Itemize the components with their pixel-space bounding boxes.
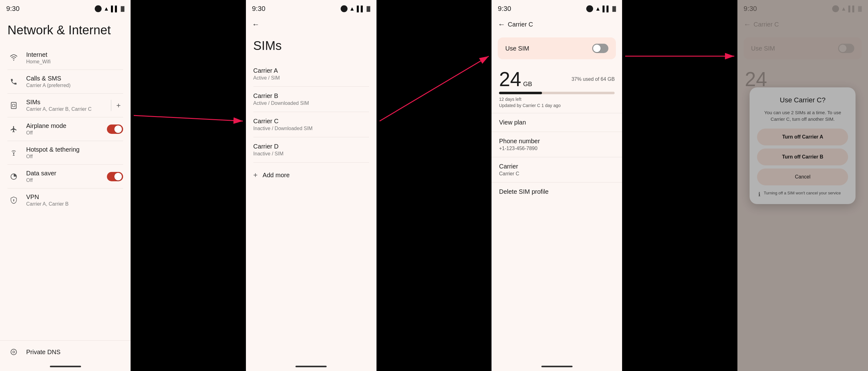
spacer-3 <box>622 0 737 371</box>
phone-number-item[interactable]: Phone number +1-123-456-7890 <box>492 132 622 157</box>
status-icons-3: ▲ ▌▌ ▓ <box>586 5 616 12</box>
add-more-item[interactable]: + Add more <box>246 165 376 185</box>
view-plan-item[interactable]: View plan <box>492 113 622 132</box>
view-plan-label: View plan <box>499 119 615 126</box>
calls-sms-item[interactable]: Calls & SMS Carrier A (preferred) <box>0 70 131 93</box>
use-sim-label: Use SIM <box>505 45 529 52</box>
status-bar-3: 9:30 ▲ ▌▌ ▓ <box>492 0 622 16</box>
wifi-icon-1: ▲ <box>103 6 109 12</box>
data-bar-fill <box>499 92 542 94</box>
data-number: 24 <box>499 69 521 89</box>
carrier-d-item[interactable]: Carrier D Inactive / SIM <box>246 137 376 162</box>
use-carrier-dialog: Use Carrier C? You can use 2 SIMs at a t… <box>750 87 856 204</box>
data-updated: Updated by Carrier C 1 day ago <box>499 103 615 108</box>
turn-off-carrier-b-button[interactable]: Turn off Carrier B <box>757 148 848 165</box>
cancel-button[interactable]: Cancel <box>757 169 848 186</box>
divider <box>253 162 369 163</box>
vpn-label: VPN <box>26 194 123 201</box>
camera-dot-3 <box>586 5 593 12</box>
data-amount: 24 GB <box>499 69 532 89</box>
data-days-left: 12 days left <box>499 97 615 102</box>
hotspot-item[interactable]: Hotspot & tethering Off <box>0 141 131 165</box>
sims-right: + <box>111 100 123 111</box>
svg-point-5 <box>13 199 14 201</box>
hotspot-sublabel: Off <box>26 154 123 160</box>
info-icon: ℹ <box>758 191 761 198</box>
carrier-c-item[interactable]: Carrier C Inactive / Downloaded SIM <box>246 112 376 137</box>
airplane-toggle-knob <box>114 125 122 133</box>
hotspot-icon <box>7 147 20 159</box>
sims-label: SIMs <box>26 98 105 106</box>
internet-sublabel: Home_Wifi <box>26 59 123 65</box>
delete-sim-item[interactable]: Delete SIM profile <box>492 182 622 201</box>
carrier-a-item[interactable]: Carrier A Active / SIM <box>246 61 376 86</box>
sims-item[interactable]: SIMs Carrier A, Carrier B, Carrier C + <box>0 94 131 117</box>
use-sim-toggle-knob <box>593 45 600 52</box>
carrier-d-status: Inactive / SIM <box>253 151 369 156</box>
carrier-b-status: Active / Downloaded SIM <box>253 101 369 106</box>
sim-icon <box>7 99 20 112</box>
internet-label: Internet <box>26 51 123 58</box>
vpn-sublabel: Carrier A, Carrier B <box>26 201 123 207</box>
carrier-c-page-title: Carrier C <box>508 21 533 28</box>
dialog-footer: ℹ Turning off a SIM won't cancel your se… <box>757 190 848 198</box>
battery-icon-1: ▓ <box>121 6 125 11</box>
status-bar-2: 9:30 ▲ ▌▌ ▓ <box>246 0 376 16</box>
datasaver-toggle[interactable] <box>107 172 123 181</box>
battery-icon-2: ▓ <box>367 6 370 11</box>
internet-item[interactable]: Internet Home_Wifi <box>0 46 131 69</box>
time-3: 9:30 <box>498 5 511 13</box>
delete-sim-label: Delete SIM profile <box>499 188 615 195</box>
datasaver-text: Data saver Off <box>26 170 101 183</box>
dns-icon <box>7 346 20 358</box>
wifi-icon <box>7 52 20 64</box>
vertical-divider <box>111 100 111 111</box>
page-title-1: Network & Internet <box>0 16 131 46</box>
svg-line-11 <box>380 56 489 121</box>
panel-sims: 9:30 ▲ ▌▌ ▓ ← SIMs Carrier A Active / SI… <box>246 0 376 371</box>
datasaver-toggle-knob <box>114 173 122 180</box>
add-sim-icon[interactable]: + <box>114 101 123 110</box>
back-btn-2[interactable]: ← <box>246 16 376 32</box>
turn-off-carrier-a-button[interactable]: Turn off Carrier A <box>757 129 848 145</box>
back-arrow-3: ← <box>498 20 505 29</box>
carrier-c-status: Inactive / Downloaded SIM <box>253 126 369 131</box>
carrier-item[interactable]: Carrier Carrier C <box>492 157 622 182</box>
vpn-item[interactable]: VPN Carrier A, Carrier B <box>0 189 131 212</box>
spacer-2 <box>376 0 492 371</box>
datasaver-item[interactable]: Data saver Off <box>0 165 131 188</box>
arrow-2 <box>376 0 492 371</box>
signal-icon-1: ▌▌ <box>111 6 119 12</box>
datasaver-icon <box>7 170 20 183</box>
svg-rect-1 <box>11 102 16 109</box>
phone-number-value: +1-123-456-7890 <box>499 146 615 151</box>
data-amount-row: 24 GB 37% used of 64 GB <box>499 69 615 89</box>
phone-icon <box>7 76 20 88</box>
airplane-icon <box>7 123 20 136</box>
carrier-a-status: Active / SIM <box>253 75 369 81</box>
calls-text: Calls & SMS Carrier A (preferred) <box>26 75 123 88</box>
airplane-item[interactable]: Airplane mode Off <box>0 117 131 141</box>
back-btn-3[interactable]: ← Carrier C <box>492 16 622 32</box>
datasaver-sublabel: Off <box>26 177 101 183</box>
wifi-icon-3: ▲ <box>595 6 600 12</box>
calls-label: Calls & SMS <box>26 75 123 82</box>
airplane-toggle[interactable] <box>107 124 123 134</box>
status-icons-1: ▲ ▌▌ ▓ <box>95 5 124 12</box>
use-sim-toggle[interactable] <box>592 44 609 53</box>
add-more-label: Add more <box>263 172 290 179</box>
carrier-b-item[interactable]: Carrier B Active / Downloaded SIM <box>246 87 376 112</box>
svg-point-0 <box>13 60 14 60</box>
time-1: 9:30 <box>6 5 20 13</box>
carrier-b-name: Carrier B <box>253 92 369 99</box>
svg-rect-2 <box>12 104 15 107</box>
camera-dot-2 <box>341 5 347 12</box>
private-dns-item[interactable]: Private DNS <box>0 340 131 363</box>
data-percent: 37% used of 64 GB <box>571 77 615 82</box>
gesture-bar-3 <box>541 366 572 367</box>
panel-carrier-c: 9:30 ▲ ▌▌ ▓ ← Carrier C Use SIM 24 GB 37… <box>492 0 622 371</box>
camera-dot-1 <box>95 5 102 12</box>
data-usage-section: 24 GB 37% used of 64 GB 12 days left Upd… <box>492 64 622 113</box>
airplane-label: Airplane mode <box>26 122 101 130</box>
data-unit: GB <box>523 81 532 88</box>
